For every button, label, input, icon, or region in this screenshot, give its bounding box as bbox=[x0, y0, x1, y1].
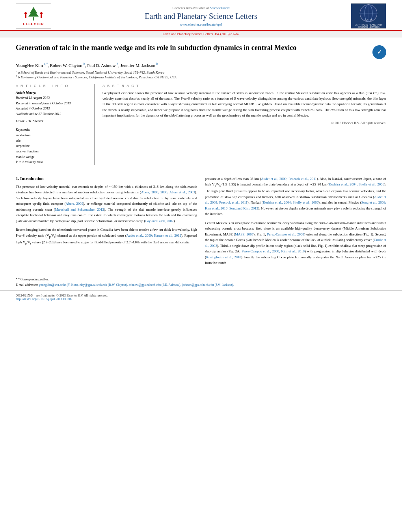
ref-kostoglodov: Kostoglodov et al., 2010 bbox=[206, 255, 241, 259]
ref-mase: MASE, 2007 bbox=[235, 232, 253, 236]
intro-para1: The presence of low-velocity material th… bbox=[16, 184, 197, 224]
ref-marschall: Marschall and Schumacher, 2012 bbox=[55, 208, 104, 211]
keyword-serpentine: serpentine bbox=[16, 143, 88, 149]
abstract-text: Geophysical evidence shows the presence … bbox=[102, 90, 386, 119]
accepted-date: Accepted 4 October 2013 bbox=[16, 106, 88, 111]
keyword-velocity-ratio: P-to-S velocity ratio bbox=[16, 159, 88, 165]
crossmark-icon: ✓ bbox=[377, 49, 382, 56]
article-info-col: A R T I C L E I N F O Article history: R… bbox=[16, 84, 95, 165]
elsevier-logo: ELSEVIER bbox=[22, 6, 45, 26]
article-info-bar: Earth and Planetary Science Letters 384 … bbox=[0, 31, 402, 37]
ref-perez2: Perez-Campos et al., 2008; Kim et al., 2… bbox=[242, 249, 305, 253]
abstract-col: A B S T R A C T Geophysical evidence sho… bbox=[102, 84, 386, 165]
journal-header: ELSEVIER Contents lists available at Sci… bbox=[0, 0, 402, 31]
affiliations: a a School of Earth and Environmental Sc… bbox=[16, 70, 386, 79]
article-title-section: Generation of talc in the mantle wedge a… bbox=[16, 43, 386, 59]
footnotes: * * Corresponding author. E-mail address… bbox=[0, 275, 402, 290]
ref-lay: Lay and Bilek, 2007 bbox=[145, 219, 174, 223]
header-center: Contents lists available at ScienceDirec… bbox=[51, 6, 351, 26]
received-revised-date: Received in revised form 3 October 2013 bbox=[16, 101, 88, 106]
intro-para4: Central Mexico is an ideal place to exam… bbox=[205, 220, 386, 266]
body-section: 1. Introduction The presence of low-velo… bbox=[16, 176, 386, 269]
svg-text:EARTH: EARTH bbox=[365, 19, 372, 21]
received-date: Received 13 August 2013 bbox=[16, 95, 88, 101]
email-label: E-mail addresses: bbox=[16, 283, 38, 287]
svg-point-4 bbox=[24, 12, 27, 15]
keyword-mantle-wedge: mantle wedge bbox=[16, 154, 88, 160]
page: ELSEVIER Contents lists available at Sci… bbox=[0, 0, 402, 532]
journal-logo-right: EARTH EARTH AND PLANETARYSCIENCE LETTERS bbox=[351, 3, 386, 29]
doi-link[interactable]: http://dx.doi.org/10.1016/j.epsl.2013.10… bbox=[16, 297, 108, 301]
article-info-label: A R T I C L E I N F O bbox=[16, 84, 88, 88]
svg-point-6 bbox=[40, 12, 43, 15]
keywords-section: Keywords: subduction talc serpentine rec… bbox=[16, 128, 88, 165]
available-online-date: Available online 27 October 2013 bbox=[16, 111, 88, 117]
sciencedirect-link[interactable]: ScienceDirect bbox=[210, 6, 229, 10]
page-footer: 0012-821X/$ – see front matter © 2013 El… bbox=[0, 290, 402, 304]
keyword-receiver-function: receiver function bbox=[16, 149, 88, 154]
intro-para3: pressure at a depth of less than 35 km (… bbox=[205, 176, 386, 217]
abstract-label: A B S T R A C T bbox=[102, 84, 386, 88]
ref-perez: Perez-Campos et al., 2008 bbox=[267, 232, 304, 236]
contents-available-text: Contents lists available at ScienceDirec… bbox=[59, 6, 343, 10]
article-history: Article history: Received 13 August 2013… bbox=[16, 90, 88, 124]
journal-url: www.elsevier.com/locate/epsl bbox=[59, 22, 343, 26]
svg-rect-1 bbox=[33, 17, 34, 20]
authors-line: YoungHee Kim a,*, Robert W. Clayton b, P… bbox=[16, 62, 386, 68]
article-info-abstract-section: A R T I C L E I N F O Article history: R… bbox=[16, 84, 386, 165]
article-info-text: Earth and Planetary Science Letters 384 … bbox=[162, 32, 239, 36]
issn-text: 0012-821X/$ – see front matter © 2013 El… bbox=[16, 294, 108, 301]
corresponding-author-note: * * Corresponding author. bbox=[16, 277, 386, 282]
main-content: Generation of talc in the mantle wedge a… bbox=[0, 37, 402, 275]
journal-title: Earth and Planetary Science Letters bbox=[59, 11, 343, 21]
section-divider bbox=[16, 171, 386, 171]
corresponding-star: * bbox=[16, 278, 17, 281]
keyword-subduction: subduction bbox=[16, 133, 88, 138]
intro-heading: 1. Introduction bbox=[16, 176, 197, 181]
intro-para2: Recent imaging based on the teleseismic … bbox=[16, 227, 197, 246]
ref-abers2: Abers, 2000 bbox=[66, 202, 83, 206]
keywords-label: Keywords: bbox=[16, 128, 88, 132]
editor-info: Editor: P.H. Shearer bbox=[16, 119, 88, 124]
emails-text: youngkim@snu.ac.kr (Y. Kim), clay@gps.ca… bbox=[39, 283, 234, 287]
body-col-left: 1. Introduction The presence of low-velo… bbox=[16, 176, 197, 269]
issn-line: 0012-821X/$ – see front matter © 2013 El… bbox=[16, 294, 108, 297]
ref-kodaira2: Kodaira et al., 2004; Shelly et al., 200… bbox=[263, 200, 318, 204]
crossmark-badge: ✓ bbox=[372, 45, 386, 59]
svg-rect-7 bbox=[41, 15, 42, 18]
ref-abers: Abers, 2000, 2005; Abers et al., 2003 bbox=[141, 190, 195, 194]
ref-audet: Audet et al., 2009; Hansen et al., 2012 bbox=[127, 234, 181, 237]
copyright-line: © 2013 Elsevier B.V. All rights reserved… bbox=[102, 121, 386, 125]
svg-rect-5 bbox=[25, 15, 26, 18]
keyword-talc: talc bbox=[16, 138, 88, 144]
email-note: E-mail addresses: youngkim@snu.ac.kr (Y.… bbox=[16, 283, 386, 287]
article-history-label: Article history: bbox=[16, 90, 88, 96]
ref-kodaira: Kodaira et al., 2004; Shelly et al., 200… bbox=[329, 182, 384, 186]
affil-2: b b Division of Geological and Planetary… bbox=[16, 74, 386, 79]
ref-currie: Currie et al., 2002 bbox=[205, 238, 386, 248]
elsevier-logo-container: ELSEVIER bbox=[16, 3, 51, 29]
earth-icon: EARTH bbox=[359, 4, 378, 23]
body-col-right: pressure at a depth of less than 35 km (… bbox=[205, 176, 386, 269]
article-title: Generation of talc in the mantle wedge a… bbox=[16, 43, 367, 52]
elsevier-brand-text: ELSEVIER bbox=[23, 22, 44, 26]
affil-1: a a School of Earth and Environmental Sc… bbox=[16, 70, 386, 74]
ref-audet2: Audet et al., 2009; Peacock et al., 2011 bbox=[261, 177, 316, 181]
elsevier-tree-icon bbox=[22, 6, 45, 21]
